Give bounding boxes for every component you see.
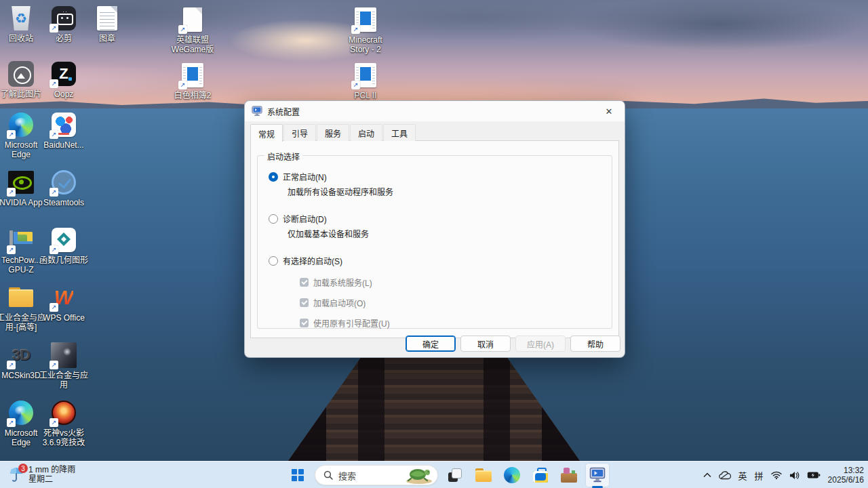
shortcut-arrow-icon bbox=[351, 81, 360, 89]
volume-icon[interactable] bbox=[789, 471, 800, 480]
taskbar: 3 1 mm 的降雨 星期二 搜索 bbox=[0, 461, 868, 488]
tab-general[interactable]: 常规 bbox=[250, 124, 283, 142]
tray-clock[interactable]: 13:32 2025/6/16 bbox=[828, 466, 864, 485]
radio-selective-startup[interactable] bbox=[269, 256, 278, 266]
dialog-titlebar[interactable]: 系统配置 ✕ bbox=[245, 101, 625, 121]
checkbox-label: 加载启动项(O) bbox=[313, 297, 366, 308]
shortcut-arrow-icon bbox=[7, 361, 16, 369]
ime-language-indicator[interactable]: 英 bbox=[738, 469, 747, 482]
tray-overflow-chevron-icon[interactable] bbox=[703, 472, 711, 478]
icon-label: WPS Office bbox=[43, 313, 85, 323]
tab-startup[interactable]: 启动 bbox=[350, 124, 382, 141]
taskbar-search[interactable]: 搜索 bbox=[315, 465, 438, 485]
icon-label: 英雄联盟 WeGame版 bbox=[172, 35, 214, 54]
icon-label: Steamtools bbox=[43, 198, 84, 207]
icon-label: 函数几何图形 bbox=[39, 256, 88, 265]
icon-label: Oopz bbox=[54, 89, 74, 99]
start-button[interactable] bbox=[286, 464, 309, 487]
shortcut-arrow-icon bbox=[178, 25, 187, 34]
weather-line1: 1 mm 的降雨 bbox=[28, 465, 75, 474]
wifi-icon[interactable] bbox=[771, 471, 782, 479]
icon-label: Microsoft Edge bbox=[5, 140, 38, 159]
desktop-icon-steamtools[interactable]: Steamtools bbox=[37, 168, 90, 207]
dialog-tabs: 常规 引导 服务 启动 工具 bbox=[245, 121, 625, 141]
icon-label: Microsoft Edge bbox=[5, 428, 38, 447]
radio-diagnostic-startup[interactable] bbox=[269, 214, 278, 224]
cancel-button[interactable]: 取消 bbox=[460, 336, 511, 352]
photo-icon bbox=[8, 61, 34, 87]
tab-boot[interactable]: 引导 bbox=[283, 124, 316, 141]
startup-selection-group: 启动选择 正常启动(N) 加载所有设备驱动程序和服务 诊断启动(D) 仅加载基本… bbox=[257, 155, 612, 329]
folder-icon bbox=[8, 287, 34, 308]
icon-label: 死神vs火影 3.6.9竞技改 bbox=[43, 428, 85, 447]
widgets-button[interactable]: 3 1 mm 的降雨 星期二 bbox=[4, 464, 79, 485]
checkbox-label: 加载系统服务(L) bbox=[313, 277, 372, 288]
checkbox-label: 使用原有引导配置(U) bbox=[313, 317, 390, 329]
file-explorer-button[interactable] bbox=[472, 464, 495, 487]
desktop: ♻ 回收站 必剪 图章 英雄联盟 WeGame版 Minecraft Story… bbox=[0, 0, 868, 488]
edge-button[interactable] bbox=[500, 464, 524, 487]
icon-label: NVIDIA App bbox=[0, 198, 43, 207]
battery-icon[interactable] bbox=[807, 471, 821, 479]
desktop-icon-tuzhang[interactable]: 图章 bbox=[81, 4, 134, 43]
microsoft-store-button[interactable] bbox=[529, 464, 552, 487]
dialog-title: 系统配置 bbox=[267, 106, 595, 117]
close-icon[interactable]: ✕ bbox=[600, 104, 618, 119]
radio-description: 加载所有设备驱动程序和服务 bbox=[288, 186, 612, 197]
tab-services[interactable]: 服务 bbox=[317, 124, 349, 141]
msconfig-icon bbox=[252, 106, 262, 117]
desktop-icon-baidunetdisk[interactable]: BaiduNet... bbox=[37, 110, 90, 150]
shortcut-arrow-icon bbox=[50, 245, 58, 254]
icon-label: BaiduNet... bbox=[43, 140, 83, 150]
shortcut-arrow-icon bbox=[50, 418, 58, 427]
tray-time: 13:32 bbox=[828, 466, 864, 475]
checkbox-load-system-services bbox=[300, 278, 309, 287]
ime-mode-indicator[interactable]: 拼 bbox=[755, 469, 764, 482]
msconfig-taskbar-button[interactable] bbox=[586, 464, 609, 487]
shortcut-arrow-icon bbox=[50, 303, 58, 312]
shortcut-arrow-icon bbox=[50, 361, 58, 369]
desktop-icon-minecraft-story[interactable]: Minecraft Story - 2 bbox=[339, 5, 392, 54]
ok-button[interactable]: 确定 bbox=[406, 336, 456, 352]
onedrive-cloud-icon[interactable] bbox=[719, 471, 731, 480]
icon-label: 工业合金与应 用 bbox=[39, 371, 88, 390]
radio-label: 诊断启动(D) bbox=[283, 213, 327, 224]
msconfig-icon bbox=[589, 467, 606, 483]
desktop-icon-bleach-naruto[interactable]: 死神vs火影 3.6.9竞技改 bbox=[37, 399, 90, 447]
radio-normal-startup[interactable] bbox=[269, 172, 278, 182]
system-configuration-dialog: 系统配置 ✕ 常规 引导 服务 启动 工具 启动选择 正常启动(N) 加载所有设… bbox=[244, 100, 625, 358]
apply-button: 应用(A) bbox=[515, 336, 566, 352]
recycle-bin-icon: ♻ bbox=[11, 6, 31, 30]
desktop-icon-wps[interactable]: W WPS Office bbox=[37, 283, 90, 323]
checkbox-use-original-boot-config bbox=[300, 319, 309, 327]
task-view-button[interactable] bbox=[443, 464, 467, 487]
shortcut-arrow-icon bbox=[50, 24, 58, 33]
desktop-icon-whitealbum2[interactable]: 白色相簿2 bbox=[166, 61, 219, 100]
radio-description: 仅加载基本设备和服务 bbox=[288, 228, 612, 239]
general-tab-page: 启动选择 正常启动(N) 加载所有设备驱动程序和服务 诊断启动(D) 仅加载基本… bbox=[250, 140, 619, 338]
document-icon bbox=[97, 6, 117, 30]
help-button[interactable]: 帮助 bbox=[570, 336, 620, 352]
icon-label: PCL II bbox=[355, 91, 377, 100]
icon-label: 图章 bbox=[99, 34, 115, 43]
weather-line2: 星期二 bbox=[28, 474, 75, 484]
box-app-button[interactable] bbox=[557, 464, 580, 487]
search-icon bbox=[323, 470, 333, 480]
checkbox-load-startup-items bbox=[300, 298, 309, 307]
group-title: 启动选择 bbox=[264, 150, 302, 162]
shortcut-arrow-icon bbox=[50, 130, 58, 139]
desktop-icon-lol-wegame[interactable]: 英雄联盟 WeGame版 bbox=[166, 5, 219, 54]
shortcut-arrow-icon bbox=[351, 25, 360, 34]
desktop-icon-pcl2[interactable]: PCL II bbox=[339, 61, 392, 100]
box-app-icon bbox=[561, 468, 577, 483]
shortcut-arrow-icon bbox=[50, 79, 58, 88]
notification-badge: 3 bbox=[18, 464, 28, 473]
tab-tools[interactable]: 工具 bbox=[383, 124, 416, 141]
icon-label: 回收站 bbox=[9, 34, 33, 43]
search-highlight-turtle-image bbox=[405, 466, 433, 484]
desktop-icon-alloy-app[interactable]: 工业合金与应 用 bbox=[37, 341, 90, 390]
shortcut-arrow-icon bbox=[7, 245, 16, 254]
desktop-icon-oopz[interactable]: Z Oopz bbox=[37, 60, 90, 99]
radio-label: 有选择的启动(S) bbox=[283, 255, 342, 266]
desktop-icon-geometry[interactable]: 函数几何图形 bbox=[37, 226, 90, 265]
